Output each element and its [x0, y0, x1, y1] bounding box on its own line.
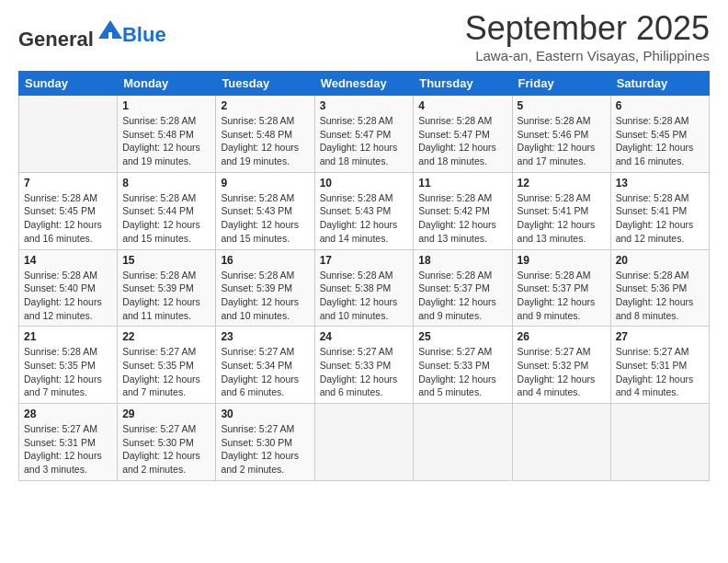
calendar-table: SundayMondayTuesdayWednesdayThursdayFrid…: [18, 71, 710, 481]
calendar-cell: [610, 404, 709, 481]
day-number: 2: [221, 99, 309, 112]
day-info: Sunrise: 5:28 AMSunset: 5:48 PMDaylight:…: [122, 114, 210, 168]
weekday-header-thursday: Thursday: [414, 72, 512, 96]
day-number: 28: [24, 408, 112, 420]
calendar-cell: [414, 404, 512, 481]
calendar-cell: 24Sunrise: 5:27 AMSunset: 5:33 PMDayligh…: [314, 327, 414, 404]
calendar-cell: 16Sunrise: 5:28 AMSunset: 5:39 PMDayligh…: [216, 249, 314, 327]
day-number: 26: [518, 330, 606, 343]
week-row-4: 21Sunrise: 5:28 AMSunset: 5:35 PMDayligh…: [19, 327, 710, 404]
day-info: Sunrise: 5:28 AMSunset: 5:35 PMDaylight:…: [24, 345, 112, 399]
day-number: 7: [24, 177, 112, 190]
day-info: Sunrise: 5:28 AMSunset: 5:37 PMDaylight:…: [518, 269, 606, 323]
calendar-cell: 10Sunrise: 5:28 AMSunset: 5:43 PMDayligh…: [314, 172, 414, 249]
day-number: 9: [221, 177, 309, 190]
week-row-5: 28Sunrise: 5:27 AMSunset: 5:31 PMDayligh…: [19, 404, 710, 481]
svg-rect-1: [108, 32, 112, 40]
day-number: 13: [616, 177, 704, 190]
day-number: 29: [122, 408, 210, 420]
day-info: Sunrise: 5:27 AMSunset: 5:30 PMDaylight:…: [122, 422, 210, 477]
day-number: 6: [616, 99, 704, 112]
calendar-cell: 4Sunrise: 5:28 AMSunset: 5:47 PMDaylight…: [414, 96, 512, 173]
day-number: 11: [418, 177, 506, 190]
day-info: Sunrise: 5:27 AMSunset: 5:35 PMDaylight:…: [122, 345, 210, 399]
logo-general: General: [18, 28, 94, 51]
day-number: 5: [518, 99, 606, 112]
calendar-cell: 18Sunrise: 5:28 AMSunset: 5:37 PMDayligh…: [414, 249, 512, 327]
day-info: Sunrise: 5:27 AMSunset: 5:33 PMDaylight:…: [418, 345, 506, 399]
calendar-cell: 1Sunrise: 5:28 AMSunset: 5:48 PMDaylight…: [118, 96, 216, 173]
day-info: Sunrise: 5:27 AMSunset: 5:30 PMDaylight:…: [221, 422, 309, 477]
day-info: Sunrise: 5:28 AMSunset: 5:39 PMDaylight:…: [221, 269, 309, 323]
calendar-cell: 6Sunrise: 5:28 AMSunset: 5:45 PMDaylight…: [610, 96, 709, 173]
day-number: 17: [320, 254, 409, 267]
day-number: 27: [616, 330, 704, 343]
calendar-cell: 3Sunrise: 5:28 AMSunset: 5:47 PMDaylight…: [314, 96, 414, 173]
day-number: 3: [320, 99, 409, 112]
weekday-header-row: SundayMondayTuesdayWednesdayThursdayFrid…: [19, 72, 710, 96]
day-info: Sunrise: 5:28 AMSunset: 5:47 PMDaylight:…: [418, 114, 506, 168]
day-number: 4: [418, 99, 506, 112]
weekday-header-monday: Monday: [118, 72, 216, 96]
calendar-cell: [314, 404, 414, 481]
day-info: Sunrise: 5:27 AMSunset: 5:31 PMDaylight:…: [616, 345, 704, 399]
month-title: September 2025: [465, 9, 710, 48]
weekday-header-sunday: Sunday: [19, 72, 118, 96]
day-number: 25: [418, 330, 506, 343]
calendar-cell: 21Sunrise: 5:28 AMSunset: 5:35 PMDayligh…: [19, 327, 118, 404]
logo-blue: Blue: [122, 24, 166, 46]
day-number: 22: [122, 330, 210, 343]
day-info: Sunrise: 5:27 AMSunset: 5:31 PMDaylight:…: [24, 422, 112, 477]
day-info: Sunrise: 5:28 AMSunset: 5:38 PMDaylight:…: [320, 269, 409, 323]
day-info: Sunrise: 5:28 AMSunset: 5:39 PMDaylight:…: [122, 269, 210, 323]
calendar-cell: [19, 96, 118, 173]
calendar-cell: 30Sunrise: 5:27 AMSunset: 5:30 PMDayligh…: [216, 404, 314, 481]
day-number: 14: [24, 254, 112, 267]
week-row-3: 14Sunrise: 5:28 AMSunset: 5:40 PMDayligh…: [19, 249, 710, 327]
calendar-cell: 5Sunrise: 5:28 AMSunset: 5:46 PMDaylight…: [512, 96, 610, 173]
calendar-cell: 13Sunrise: 5:28 AMSunset: 5:41 PMDayligh…: [610, 172, 709, 249]
day-number: 10: [320, 177, 409, 190]
calendar-cell: 19Sunrise: 5:28 AMSunset: 5:37 PMDayligh…: [512, 249, 610, 327]
day-info: Sunrise: 5:28 AMSunset: 5:46 PMDaylight:…: [518, 114, 606, 168]
header: General Blue September 2025 Lawa-an, Eas…: [18, 9, 710, 63]
weekday-header-tuesday: Tuesday: [216, 72, 314, 96]
day-info: Sunrise: 5:28 AMSunset: 5:44 PMDaylight:…: [122, 191, 210, 246]
day-number: 12: [518, 177, 606, 190]
location-subtitle: Lawa-an, Eastern Visayas, Philippines: [465, 48, 710, 63]
calendar-cell: 20Sunrise: 5:28 AMSunset: 5:36 PMDayligh…: [610, 249, 709, 327]
day-number: 18: [418, 254, 506, 267]
title-area: September 2025 Lawa-an, Eastern Visayas,…: [465, 9, 710, 63]
day-info: Sunrise: 5:28 AMSunset: 5:36 PMDaylight:…: [616, 269, 704, 323]
calendar-cell: 22Sunrise: 5:27 AMSunset: 5:35 PMDayligh…: [118, 327, 216, 404]
day-info: Sunrise: 5:28 AMSunset: 5:40 PMDaylight:…: [24, 269, 112, 323]
week-row-2: 7Sunrise: 5:28 AMSunset: 5:45 PMDaylight…: [19, 172, 710, 249]
calendar-cell: [512, 404, 610, 481]
day-info: Sunrise: 5:28 AMSunset: 5:42 PMDaylight:…: [418, 191, 506, 246]
logo: General Blue: [18, 18, 166, 51]
weekday-header-saturday: Saturday: [610, 72, 709, 96]
calendar-cell: 15Sunrise: 5:28 AMSunset: 5:39 PMDayligh…: [118, 249, 216, 327]
calendar-cell: 2Sunrise: 5:28 AMSunset: 5:48 PMDaylight…: [216, 96, 314, 173]
day-info: Sunrise: 5:27 AMSunset: 5:34 PMDaylight:…: [221, 345, 309, 399]
day-info: Sunrise: 5:28 AMSunset: 5:45 PMDaylight:…: [616, 114, 704, 168]
day-number: 20: [616, 254, 704, 267]
day-info: Sunrise: 5:28 AMSunset: 5:43 PMDaylight:…: [320, 191, 409, 246]
calendar-cell: 25Sunrise: 5:27 AMSunset: 5:33 PMDayligh…: [414, 327, 512, 404]
calendar-cell: 11Sunrise: 5:28 AMSunset: 5:42 PMDayligh…: [414, 172, 512, 249]
calendar-cell: 7Sunrise: 5:28 AMSunset: 5:45 PMDaylight…: [19, 172, 118, 249]
calendar-cell: 23Sunrise: 5:27 AMSunset: 5:34 PMDayligh…: [216, 327, 314, 404]
day-info: Sunrise: 5:27 AMSunset: 5:32 PMDaylight:…: [518, 345, 606, 399]
day-number: 30: [221, 408, 309, 420]
day-info: Sunrise: 5:28 AMSunset: 5:41 PMDaylight:…: [616, 191, 704, 246]
calendar-cell: 27Sunrise: 5:27 AMSunset: 5:31 PMDayligh…: [610, 327, 709, 404]
week-row-1: 1Sunrise: 5:28 AMSunset: 5:48 PMDaylight…: [19, 96, 710, 173]
weekday-header-wednesday: Wednesday: [314, 72, 414, 96]
day-number: 16: [221, 254, 309, 267]
logo-icon: [97, 18, 124, 46]
day-number: 24: [320, 330, 409, 343]
day-number: 1: [122, 99, 210, 112]
day-info: Sunrise: 5:28 AMSunset: 5:41 PMDaylight:…: [518, 191, 606, 246]
calendar-cell: 9Sunrise: 5:28 AMSunset: 5:43 PMDaylight…: [216, 172, 314, 249]
calendar-cell: 8Sunrise: 5:28 AMSunset: 5:44 PMDaylight…: [118, 172, 216, 249]
